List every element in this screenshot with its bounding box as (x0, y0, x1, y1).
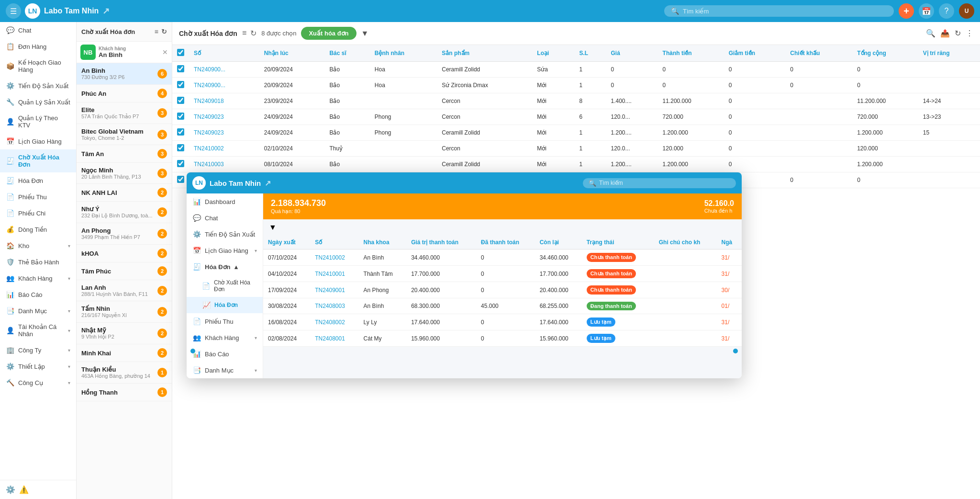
refresh-icon[interactable]: ↻ (161, 28, 167, 35)
overlay-sidebar-hoa-don-parent[interactable]: 🧾 Hóa Đơn ▴ (187, 259, 263, 275)
row-checkbox[interactable] (177, 113, 184, 120)
overlay-sidebar-chat[interactable]: 💬 Chat (187, 210, 263, 226)
row-checkbox[interactable] (177, 65, 184, 72)
customer-list-item[interactable]: Lan Anh 288/1 Huỳnh Văn Bánh, F11 2 (77, 280, 172, 301)
customer-list-item[interactable]: Tâm Phúc 2 (77, 262, 172, 280)
user-avatar[interactable]: U (959, 3, 974, 19)
table-row[interactable]: TN2409023 24/09/2024 Bảo Phong Ceramill … (172, 125, 980, 141)
add-button[interactable]: + (899, 3, 914, 19)
sidebar-item-dong-tien[interactable]: 💰 Dòng Tiền (0, 221, 76, 238)
overlay-sidebar-khach-hang[interactable]: 👥 Khách Hàng ▾ (187, 329, 263, 346)
global-search[interactable]: 🔍 (664, 5, 894, 17)
sidebar-item-lich-giao[interactable]: 📅 Lịch Giao Hàng (0, 133, 76, 149)
sidebar-item-bao-hanh[interactable]: 🛡️ Thẻ Bảo Hành (0, 254, 76, 270)
row-checkbox[interactable] (177, 160, 184, 167)
refresh-toolbar-icon[interactable]: ↻ (250, 29, 256, 38)
overlay-filter-icon[interactable]: ▼ (269, 223, 277, 232)
row-checkbox-cell[interactable] (172, 78, 189, 93)
sidebar-item-thiet-lap[interactable]: ⚙️ Thiết Lập ▾ (0, 358, 76, 374)
row-checkbox[interactable] (177, 128, 184, 136)
drag-handle-left[interactable] (190, 349, 195, 353)
customer-list-item[interactable]: Hồng Thanh 1 (77, 384, 172, 401)
customer-list-item[interactable]: kHOA 2 (77, 245, 172, 262)
row-checkbox-cell[interactable] (172, 141, 189, 157)
search-toolbar-icon[interactable]: 🔍 (926, 29, 935, 38)
customer-list-item[interactable]: Như Ý 232 Đại Lộ Bình Dương, toà... 2 (77, 202, 172, 223)
sidebar-item-bao-cao[interactable]: 📊 Báo Cáo (0, 286, 76, 303)
filter-list-icon[interactable]: ≡ (155, 28, 158, 35)
customer-list-item[interactable]: Tâm An 3 (77, 145, 172, 163)
row-checkbox-cell[interactable] (172, 109, 189, 125)
customer-list-item[interactable]: Bitec Global Vietnam Tokyo, Chome 1-2 3 (77, 124, 172, 145)
sidebar-item-hoa-don[interactable]: 🧾 Hóa Đơn (0, 172, 76, 189)
overlay-table-row[interactable]: 07/10/2024 TN2410002 An Bình 34.460.000 … (263, 250, 742, 266)
sidebar-item-khach-hang[interactable]: 👥 Khách Hàng ▾ (0, 270, 76, 286)
table-row[interactable]: TN240900... 20/09/2024 Bảo Hoa Sứ Zircon… (172, 78, 980, 93)
overlay-sidebar-hoa-don-sub[interactable]: 📈 Hóa Đơn (187, 297, 263, 313)
warning-icon[interactable]: ⚠️ (19, 485, 29, 494)
row-checkbox-cell[interactable] (172, 157, 189, 172)
row-checkbox-cell[interactable] (172, 93, 189, 109)
table-row[interactable]: TN2410002 02/10/2024 Thuỷ Cercon Mới 1 1… (172, 141, 980, 157)
row-checkbox-cell[interactable] (172, 62, 189, 78)
drag-handle-right[interactable] (733, 349, 738, 353)
overlay-sidebar-dashboard[interactable]: 📊 Dashboard (187, 193, 263, 210)
overlay-table-row[interactable]: 02/08/2024 TN2408001 Cát My 15.960.000 0… (263, 330, 742, 347)
funnel-icon[interactable]: ▼ (361, 29, 369, 38)
row-checkbox[interactable] (177, 97, 184, 104)
sidebar-item-cho-xuat[interactable]: 🧾 Chờ Xuất Hóa Đơn (0, 149, 76, 172)
overlay-sidebar-danh-muc[interactable]: 📑 Danh Mục ▾ (187, 362, 263, 378)
help-button[interactable]: ? (939, 3, 954, 19)
customer-list-item[interactable]: Minh Khai 2 (77, 344, 172, 362)
customer-list-item[interactable]: Elite 57A Trần Quốc Thảo P7 3 (77, 102, 172, 124)
filter-toolbar-icon[interactable]: ≡ (242, 29, 246, 38)
export-icon[interactable]: 📤 (940, 29, 950, 38)
overlay-sidebar-lich-giao[interactable]: 📅 Lịch Giao Hàng ▾ (187, 242, 263, 259)
table-row[interactable]: TN2409018 23/09/2024 Bảo Cercon Mới 8 1.… (172, 93, 980, 109)
select-all-checkbox[interactable] (177, 49, 184, 56)
overlay-sidebar-cho-xuat-sub[interactable]: 📄 Chờ Xuất Hóa Đơn (187, 275, 263, 297)
sidebar-item-chat[interactable]: 💬 Chat (0, 22, 76, 38)
row-checkbox[interactable] (177, 144, 184, 151)
hamburger-menu[interactable]: ☰ (6, 3, 21, 19)
sidebar-item-tien-do[interactable]: ⚙️ Tiến Độ Sản Xuất (0, 78, 76, 94)
overlay-table-row[interactable]: 30/08/2024 TN2408003 An Bình 68.300.000 … (263, 298, 742, 314)
sidebar-item-cong-ty[interactable]: 🏢 Công Ty ▾ (0, 342, 76, 358)
sidebar-item-danh-muc[interactable]: 📑 Danh Mục ▾ (0, 303, 76, 319)
customer-list-item[interactable]: Phúc An 4 (77, 85, 172, 102)
customer-list-item[interactable]: Tấm Nhin 216/167 Nguyễn Xí 2 (77, 301, 172, 323)
customer-list-item[interactable]: An Phong 3499 Phạm Thế Hiến P7 2 (77, 223, 172, 245)
sidebar-item-kho[interactable]: 🏠 Kho ▾ (0, 238, 76, 254)
settings-bottom-icon[interactable]: ⚙️ (6, 485, 15, 494)
row-checkbox[interactable] (177, 81, 184, 88)
overlay-sidebar-phieu-thu[interactable]: 📄 Phiếu Thu (187, 313, 263, 329)
customer-list-item[interactable]: NK ANH LAI 2 (77, 184, 172, 202)
export-invoice-button[interactable]: Xuất hóa đơn (301, 27, 356, 40)
sidebar-item-ke-hoach[interactable]: 📦 Kế Hoạch Giao Hàng (0, 55, 76, 78)
overlay-sidebar-tien-do[interactable]: ⚙️ Tiến Độ Sản Xuất (187, 226, 263, 242)
overlay-search[interactable]: 🔍 (583, 178, 736, 188)
sidebar-item-phieu-thu[interactable]: 📄 Phiếu Thu (0, 189, 76, 205)
sidebar-item-don-hang[interactable]: 📋 Đơn Hàng (0, 38, 76, 55)
reload-icon[interactable]: ↻ (955, 29, 961, 38)
overlay-table-row[interactable]: 04/10/2024 TN2410001 Thành Tâm 17.700.00… (263, 266, 742, 282)
sidebar-item-cong-cu[interactable]: 🔨 Công Cụ ▾ (0, 374, 76, 391)
table-row[interactable]: TN2409023 24/09/2024 Bảo Phong Cercon Mớ… (172, 109, 980, 125)
sidebar-item-quan-ly-ktv[interactable]: 👤 Quản Lý Theo KTV (0, 110, 76, 133)
table-row[interactable]: TN2410003 08/10/2024 Bảo Ceramill Zolidd… (172, 157, 980, 172)
overlay-table-row[interactable]: 16/08/2024 TN2408002 Ly Ly 17.640.000 0 … (263, 314, 742, 330)
select-all-header[interactable] (172, 45, 189, 62)
overlay-table-row[interactable]: 17/09/2024 TN2409001 An Phong 20.400.000… (263, 282, 742, 298)
customer-list-item[interactable]: Nhật Mỹ 9 Vĩnh Hội P2 2 (77, 323, 172, 344)
close-customer-button[interactable]: ✕ (162, 48, 168, 56)
customer-list-item[interactable]: An Bình 730 Đường 3/2 P6 6 (77, 63, 172, 85)
more-options-icon[interactable]: ⋮ (966, 29, 973, 38)
overlay-sidebar-bao-cao[interactable]: 📊 Báo Cáo (187, 346, 263, 362)
sidebar-item-phieu-chi[interactable]: 📄 Phiếu Chi (0, 205, 76, 221)
row-checkbox-cell[interactable] (172, 125, 189, 141)
table-row[interactable]: TN240900... 20/09/2024 Bảo Hoa Ceramill … (172, 62, 980, 78)
calendar-button[interactable]: 📅 (919, 3, 934, 19)
customer-list-item[interactable]: Ngọc Minh 20 Lãnh Binh Thăng, P13 3 (77, 163, 172, 184)
search-input[interactable] (683, 8, 887, 15)
overlay-search-input[interactable] (599, 180, 730, 186)
